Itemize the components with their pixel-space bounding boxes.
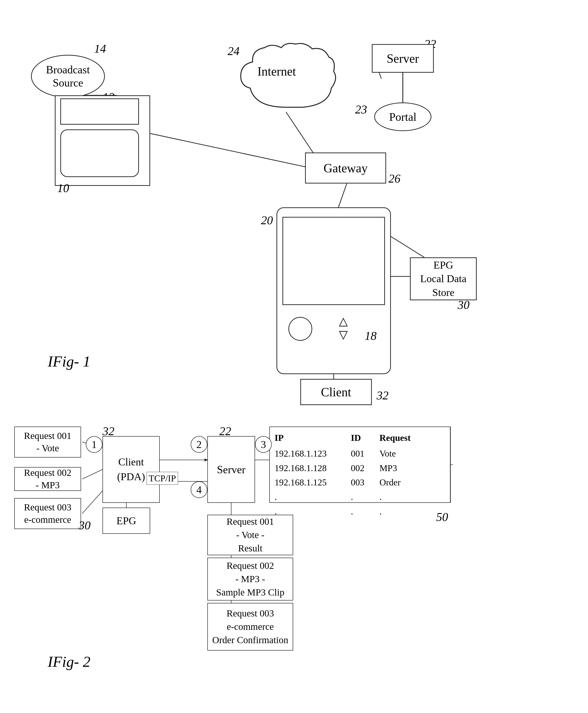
circle-3: 3 [255,436,272,453]
tv-device [55,95,150,186]
gateway-box: Gateway [305,152,386,183]
response-002-box: Request 002 - MP3 - Sample MP3 Clip [207,558,293,601]
label-14: 14 [94,42,106,56]
label-30-fig2: 30 [79,518,90,532]
client-pda-box: Client (PDA) [103,436,160,503]
server-box-fig2: Server [207,436,255,503]
ip-row-4: . . . [275,490,445,504]
device-inner-top [60,99,139,125]
circle-4: 4 [191,481,207,498]
ip-table: IP ID Request 192.168.1.123 001 Vote 192… [269,427,450,503]
label-30-fig1: 30 [458,298,469,312]
epg-local-store-box: EPG Local Data Store [410,257,477,300]
diagram-container: 14 Broadcast Source 12 10 24 Internet 22… [0,0,588,713]
fig1-caption: IFig- 1 [48,353,90,370]
response-003-box: Request 003 e-commerce Order Confirmatio… [207,603,293,651]
label-20: 20 [261,213,273,227]
pda-dpad: △ ▽ [329,314,358,342]
ip-row-2: 192.168.1.128 002 MP3 [275,461,445,475]
pda-screen [282,217,385,305]
ip-row-5: . . . [275,504,445,519]
label-10: 10 [57,181,69,195]
circle-2: 2 [191,436,207,453]
portal-oval: Portal [374,103,432,131]
server-box-fig1: Server [372,44,434,73]
fig2-caption: IFig- 2 [48,653,90,671]
internet-cloud-svg [236,41,336,117]
svg-line-13 [82,491,103,514]
broadcast-source: Broadcast Source [31,55,105,98]
label-18: 18 [365,329,377,343]
label-50: 50 [436,510,448,524]
label-26: 26 [388,172,400,186]
tcpip-label: TCP/IP [147,472,178,485]
client-box-fig1: Client [300,379,372,405]
ip-table-header: IP ID Request [275,431,445,445]
internet-label: Internet [257,64,296,79]
response-001-box: Request 001 - Vote - Result [207,515,293,555]
svg-line-4 [286,112,315,155]
label-32-fig1: 32 [377,388,388,402]
device-screen [60,129,139,177]
request-001-box: Request 001 - Vote [14,427,81,457]
request-003-box: Request 003 e-commerce [14,498,81,529]
svg-line-2 [150,133,305,167]
pda-circle-button [288,317,312,341]
ip-row-3: 192.168.1.125 003 Order [275,475,445,490]
request-002-box: Request 002 - MP3 [14,467,81,491]
svg-line-12 [82,470,103,479]
label-23: 23 [355,103,367,116]
ip-row-1: 192.168.1.123 001 Vote [275,446,445,461]
svg-line-9 [386,234,424,257]
epg-box-fig2: EPG [103,507,150,534]
circle-1: 1 [86,436,103,453]
